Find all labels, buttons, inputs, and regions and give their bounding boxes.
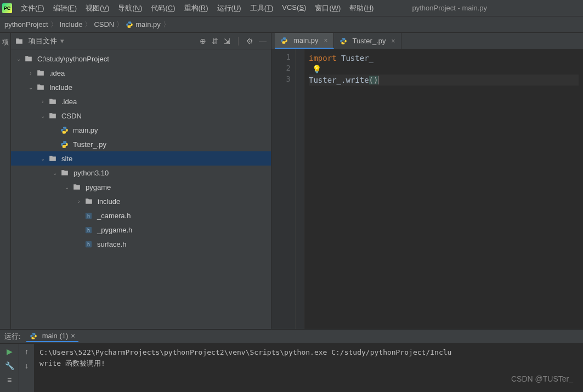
chevron-down-icon[interactable]: ⌄ [52, 170, 58, 176]
menu-r[interactable]: 重构(R) [180, 1, 213, 15]
project-panel-title: 项目文件 [29, 36, 57, 46]
tree-item-python3-10[interactable]: ⌄python3.10 [11, 166, 271, 180]
left-gutter: 项 [0, 33, 11, 329]
python-icon [60, 140, 69, 149]
menu-u[interactable]: 运行(U) [213, 1, 246, 15]
menu-v[interactable]: 视图(V) [81, 1, 114, 15]
tree-label: surface.h [97, 240, 126, 248]
editor-body[interactable]: 123 import Tuster_💡Tuster_.write() [271, 49, 583, 329]
tree-item-pygame[interactable]: ⌄pygame [11, 180, 271, 194]
code-line-3[interactable]: Tuster_.write() [309, 75, 579, 86]
close-icon[interactable]: × [391, 37, 395, 45]
down-icon[interactable]: ↓ [25, 361, 29, 370]
folder-icon [36, 69, 45, 77]
up-icon[interactable]: ↑ [25, 347, 29, 356]
chevron-right-icon: 〉 [114, 20, 126, 29]
tab-main-py[interactable]: main.py× [275, 33, 334, 49]
menu-t[interactable]: 工具(T) [246, 1, 278, 15]
gutter-icons [296, 49, 304, 329]
run-tab-label: main (1) [42, 332, 69, 340]
menu-c[interactable]: 代码(C) [146, 1, 179, 15]
tree-item-C--study-pythonProject[interactable]: ⌄C:\study\pythonProject [11, 52, 271, 66]
menu-f[interactable]: 文件(F) [16, 1, 49, 15]
tab-label: main.py [293, 36, 319, 44]
folder-icon [48, 112, 57, 120]
crumb-1[interactable]: Include [60, 20, 83, 29]
svg-text:h: h [87, 213, 90, 218]
tree-item--pygame-h[interactable]: h_pygame.h [11, 223, 271, 237]
chevron-down-icon[interactable]: ⌄ [39, 113, 46, 119]
tree-label: Tuster_.py [73, 140, 106, 149]
tree-label: CSDN [61, 112, 82, 120]
tree-item-Tuster--py[interactable]: Tuster_.py [11, 137, 271, 151]
code-area[interactable]: import Tuster_💡Tuster_.write() [304, 49, 583, 329]
tree-label: pygame [86, 183, 111, 191]
tree-label: site [61, 155, 72, 163]
dropdown-icon[interactable]: ▾ [60, 37, 64, 45]
wrench-icon[interactable]: 🔧 [5, 361, 14, 370]
tree-label: include [98, 197, 120, 206]
editor-tabs: main.py×Tuster_.py× [271, 33, 583, 49]
python-icon [280, 37, 288, 44]
tree-item-site[interactable]: ⌄site [11, 151, 271, 166]
chevron-down-icon[interactable]: ⌄ [15, 56, 22, 62]
close-icon[interactable]: × [71, 332, 75, 340]
h-file-icon: h [84, 212, 93, 220]
close-icon[interactable]: × [324, 37, 328, 44]
project-tree[interactable]: ⌄C:\study\pythonProject›.idea⌄Include›.i… [11, 49, 271, 329]
tree-item-CSDN[interactable]: ⌄CSDN [11, 109, 271, 123]
tree-item--idea[interactable]: ›.idea [11, 94, 271, 109]
tree-label: python3.10 [73, 169, 109, 177]
crumb-3[interactable]: main.py [135, 20, 161, 29]
tab-Tuster_-py[interactable]: Tuster_.py× [334, 33, 401, 49]
menu-h[interactable]: 帮助(H) [345, 1, 378, 15]
menu-w[interactable]: 窗口(W) [310, 1, 345, 15]
chevron-down-icon[interactable]: ⌄ [39, 156, 46, 162]
code-line-2[interactable]: 💡 [309, 64, 579, 75]
rerun-icon[interactable]: ▶ [7, 347, 13, 356]
tree-label: .idea [49, 69, 65, 77]
menu-n[interactable]: 导航(N) [114, 1, 146, 15]
chevron-right-icon[interactable]: › [27, 70, 34, 76]
folder-icon [24, 55, 33, 63]
menu-s[interactable]: VCS(S) [278, 1, 310, 15]
collapse-all-icon[interactable]: ⇲ [224, 37, 230, 46]
window-title: pythonProject - main.py [412, 4, 487, 12]
chevron-down-icon[interactable]: ⌄ [64, 184, 70, 190]
expand-all-icon[interactable]: ⇵ [212, 37, 218, 46]
code-line-1[interactable]: import Tuster_ [309, 53, 579, 64]
chevron-right-icon: 〉 [161, 20, 172, 29]
main-area: 项 项目文件 ▾ ⊕ ⇵ ⇲ ⚙ — ⌄C:\study\pythonProje… [0, 33, 583, 329]
tree-label: _pygame.h [97, 226, 132, 234]
menu-e[interactable]: 编辑(E) [49, 1, 81, 15]
menu-bar: PC 文件(F)编辑(E)视图(V)导航(N)代码(C)重构(R)运行(U)工具… [0, 0, 583, 16]
tree-item-Include[interactable]: ⌄Include [11, 80, 271, 94]
run-tab[interactable]: main (1) × [26, 331, 78, 342]
gear-icon[interactable]: ⚙ [246, 37, 253, 46]
tree-label: .idea [61, 98, 77, 106]
tab-label: Tuster_.py [353, 37, 386, 45]
tree-label: main.py [73, 126, 98, 134]
chevron-right-icon[interactable]: › [76, 198, 82, 204]
tree-item-surface-h[interactable]: hsurface.h [11, 237, 271, 251]
locate-icon[interactable]: ⊕ [200, 37, 206, 46]
tree-item-main-py[interactable]: main.py [11, 123, 271, 137]
crumb-2[interactable]: CSDN [94, 20, 114, 29]
line-numbers: 123 [271, 49, 296, 329]
tree-item-include[interactable]: ›include [11, 194, 271, 208]
project-panel: 项目文件 ▾ ⊕ ⇵ ⇲ ⚙ — ⌄C:\study\pythonProject… [11, 33, 271, 329]
crumb-0[interactable]: pythonProject [4, 20, 48, 29]
folder-icon [48, 98, 57, 105]
tree-label: C:\study\pythonProject [37, 55, 109, 63]
more-icon[interactable]: ≡ [7, 376, 12, 384]
tree-item--idea[interactable]: ›.idea [11, 66, 271, 80]
tree-item--camera-h[interactable]: h_camera.h [11, 208, 271, 223]
chevron-right-icon[interactable]: › [39, 99, 46, 105]
minimize-icon[interactable]: — [259, 37, 267, 46]
run-output[interactable]: C:\Users\522\PycharmProjects\pythonProje… [34, 344, 583, 392]
chevron-down-icon[interactable]: ⌄ [27, 84, 34, 90]
folder-icon [60, 169, 69, 177]
editor-area: main.py×Tuster_.py× 123 import Tuster_💡T… [271, 33, 583, 329]
app-icon: PC [2, 3, 12, 13]
bulb-icon[interactable]: 💡 [309, 65, 321, 73]
